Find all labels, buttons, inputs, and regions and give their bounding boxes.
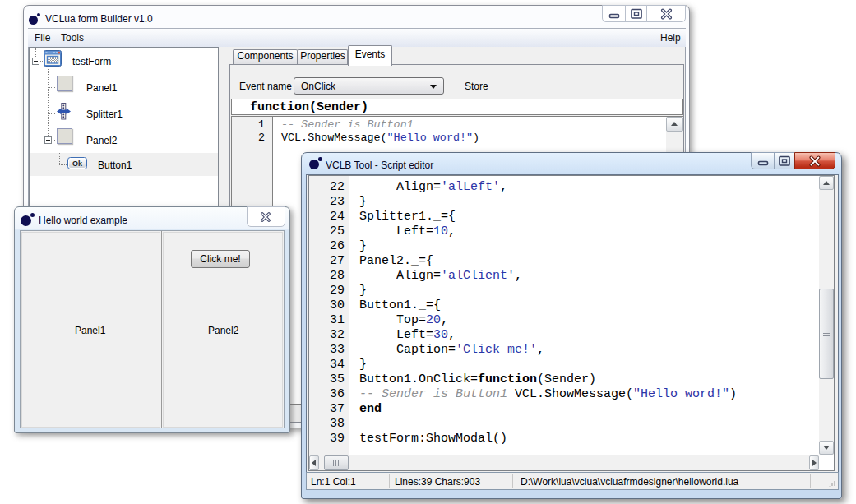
svg-text:Ok: Ok [72, 160, 83, 168]
